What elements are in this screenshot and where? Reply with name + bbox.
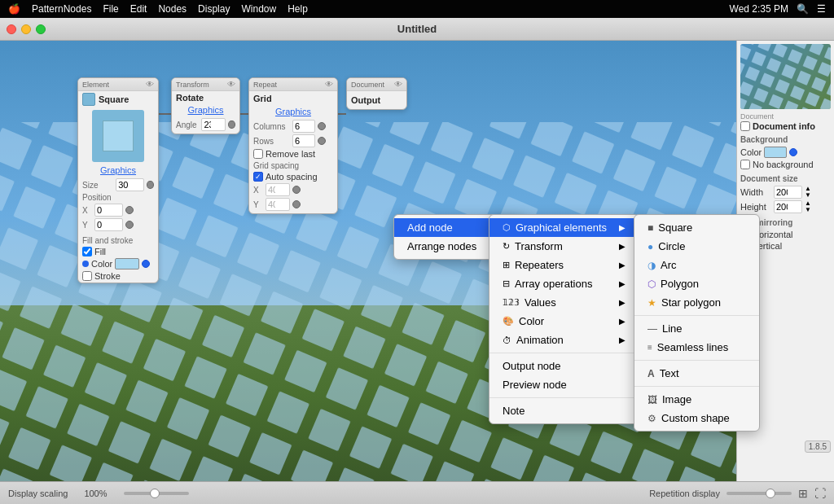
height-label: Height xyxy=(740,202,771,212)
output-eye-icon[interactable]: 👁 xyxy=(394,80,402,89)
menu-display[interactable]: Display xyxy=(198,3,230,15)
element-x-input[interactable] xyxy=(94,204,123,217)
repeat-y-input[interactable] xyxy=(266,198,290,211)
line-icon: — xyxy=(647,323,657,335)
element-graphics-link[interactable]: Graphics xyxy=(100,165,136,175)
close-button[interactable] xyxy=(7,24,16,34)
bg-color-label: Color xyxy=(740,147,762,157)
transform-graphics-link[interactable]: Graphics xyxy=(187,105,223,115)
color-swatch[interactable] xyxy=(115,258,139,270)
fill-label: Fill xyxy=(94,247,106,256)
columns-input[interactable] xyxy=(292,120,315,133)
line-item[interactable]: — Line xyxy=(634,319,759,338)
angle-label: Angle xyxy=(176,121,199,129)
rows-input[interactable] xyxy=(292,134,315,147)
fullscreen-icon[interactable]: ⛶ xyxy=(814,487,826,500)
width-input[interactable] xyxy=(774,186,802,199)
document-info-checkbox[interactable] xyxy=(740,121,750,131)
remove-last-checkbox[interactable] xyxy=(253,149,263,159)
stroke-checkbox[interactable] xyxy=(82,271,92,281)
apple-menu[interactable]: 🍎 xyxy=(8,3,20,15)
output-node-label-menu: Output node xyxy=(503,360,561,372)
element-eye-icon[interactable]: 👁 xyxy=(146,80,154,89)
transform-item[interactable]: ↻ Transform ▶ xyxy=(489,237,639,256)
menu-help[interactable]: Help xyxy=(288,3,308,15)
note-item[interactable]: Note xyxy=(489,401,639,420)
menu-nodes[interactable]: Nodes xyxy=(158,3,187,15)
y-port-out xyxy=(125,221,134,229)
preview-node-item[interactable]: Preview node xyxy=(489,375,639,394)
color-dot xyxy=(82,261,89,267)
polygon-item[interactable]: ⬡ Polygon xyxy=(634,274,759,293)
color-label-menu: Color xyxy=(519,315,544,327)
repeaters-item[interactable]: ⊞ Repeaters ▶ xyxy=(489,256,639,274)
menu-edit[interactable]: Edit xyxy=(130,3,147,15)
transform-node-label: Transform xyxy=(176,81,209,89)
repetition-slider[interactable] xyxy=(726,492,792,495)
angle-input[interactable] xyxy=(201,118,226,131)
view-tiles-icon[interactable]: ⊞ xyxy=(798,487,808,500)
repeat-graphics-link[interactable]: Graphics xyxy=(275,107,311,116)
element-size-input[interactable] xyxy=(116,178,144,191)
graphical-elements-icon: ⬡ xyxy=(503,222,511,233)
repeat-x-input[interactable] xyxy=(266,183,290,196)
animation-item[interactable]: ⏱ Animation ▶ xyxy=(489,331,639,349)
width-label: Width xyxy=(740,187,771,197)
output-node-item[interactable]: Output node xyxy=(489,357,639,375)
element-node-title: Square xyxy=(95,94,154,104)
array-operations-item[interactable]: ⊟ Array operations ▶ xyxy=(489,274,639,293)
maximize-button[interactable] xyxy=(36,24,46,34)
fill-checkbox[interactable] xyxy=(82,247,92,256)
color-port xyxy=(142,260,150,268)
minimize-button[interactable] xyxy=(21,24,31,34)
animation-icon: ⏱ xyxy=(503,335,511,345)
graphical-elements-item[interactable]: ⬡ Graphical elements ▶ xyxy=(489,218,639,237)
transform-node[interactable]: Transform 👁 Rotate Graphics Angle xyxy=(171,77,240,134)
repetition-thumb[interactable] xyxy=(766,489,775,498)
separator-1 xyxy=(489,353,639,353)
position-label: Position xyxy=(82,193,154,202)
values-item[interactable]: 𝟙𝟚𝟛 Values ▶ xyxy=(489,293,639,312)
circle-item[interactable]: ● Circle xyxy=(634,237,759,256)
menu-file[interactable]: File xyxy=(103,3,118,15)
custom-shape-item[interactable]: ⚙ Custom shape xyxy=(634,409,759,427)
repeat-x-label: X xyxy=(253,186,263,195)
height-stepper[interactable]: ▲ ▼ xyxy=(805,200,811,213)
color-icon: 🎨 xyxy=(503,316,514,327)
menu-window[interactable]: Window xyxy=(241,3,276,15)
background-section-label: Background xyxy=(740,135,831,144)
repeat-eye-icon[interactable]: 👁 xyxy=(325,80,333,89)
rows-label: Rows xyxy=(253,137,290,146)
menu-patternnodes[interactable]: PatternNodes xyxy=(32,3,91,15)
x-port-out xyxy=(125,206,134,214)
seamless-lines-item[interactable]: ≡ Seamless lines xyxy=(634,338,759,357)
line-label: Line xyxy=(662,322,683,335)
text-item[interactable]: A Text xyxy=(634,364,759,383)
star-polygon-item[interactable]: ★ Star polygon xyxy=(634,293,759,312)
image-item[interactable]: 🖼 Image xyxy=(634,390,759,409)
app-title: Untitled xyxy=(397,23,437,35)
transform-label: Transform xyxy=(515,240,563,252)
scaling-thumb[interactable] xyxy=(150,489,160,498)
arc-item[interactable]: ◑ Arc xyxy=(634,256,759,274)
bg-color-swatch[interactable] xyxy=(764,147,787,158)
traffic-lights xyxy=(7,24,46,34)
square-label: Square xyxy=(658,221,692,234)
system-bar: 🍎 PatternNodes File Edit Nodes Display W… xyxy=(0,0,834,18)
preview-node-label: Preview node xyxy=(503,379,567,391)
square-item[interactable]: ■ Square xyxy=(634,218,759,237)
element-node[interactable]: Element 👁 Square Graphics xyxy=(77,77,159,283)
polygon-label: Polygon xyxy=(661,278,699,290)
transform-eye-icon[interactable]: 👁 xyxy=(227,80,235,89)
circle-shape-icon: ● xyxy=(647,241,653,252)
control-center-icon[interactable]: ☰ xyxy=(817,3,826,15)
color-item[interactable]: 🎨 Color ▶ xyxy=(489,312,639,331)
element-y-input[interactable] xyxy=(94,218,123,231)
repeat-node[interactable]: Repeat 👁 Grid Graphics Columns xyxy=(248,77,338,214)
display-scaling-slider[interactable] xyxy=(124,492,189,495)
output-node[interactable]: Document 👁 Output xyxy=(346,77,407,110)
search-icon[interactable]: 🔍 xyxy=(797,3,809,15)
no-bg-checkbox[interactable] xyxy=(740,160,750,169)
height-input[interactable] xyxy=(774,200,802,213)
width-stepper[interactable]: ▲ ▼ xyxy=(805,186,811,199)
